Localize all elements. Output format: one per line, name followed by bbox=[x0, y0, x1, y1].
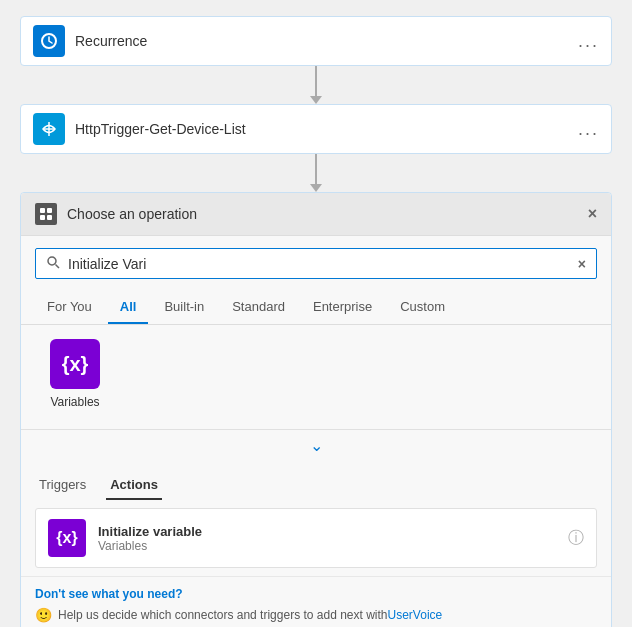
search-bar: × bbox=[35, 248, 597, 279]
action-title: Initialize variable bbox=[98, 524, 568, 539]
connector-grid: {x} Variables bbox=[21, 325, 611, 429]
help-prefix: Help us decide which connectors and trig… bbox=[58, 608, 388, 622]
recurrence-menu[interactable]: ... bbox=[578, 31, 599, 52]
arrow-line-1 bbox=[315, 66, 317, 96]
arrow-line-2 bbox=[315, 154, 317, 184]
svg-rect-4 bbox=[47, 208, 52, 213]
search-clear-button[interactable]: × bbox=[578, 256, 586, 272]
svg-rect-6 bbox=[47, 215, 52, 220]
action-variables-logo: {x} bbox=[48, 519, 86, 557]
recurrence-icon bbox=[33, 25, 65, 57]
svg-rect-3 bbox=[40, 208, 45, 213]
http-card: HttpTrigger-Get-Device-List ... bbox=[20, 104, 612, 154]
op-header-icon bbox=[35, 203, 57, 225]
sub-tab-triggers[interactable]: Triggers bbox=[35, 471, 90, 500]
uservoice-link[interactable]: UserVoice bbox=[388, 608, 443, 622]
http-title: HttpTrigger-Get-Device-List bbox=[75, 121, 578, 137]
sub-tab-actions[interactable]: Actions bbox=[106, 471, 162, 500]
tab-bar: For You All Built-in Standard Enterprise… bbox=[21, 291, 611, 325]
smiley-icon: 🙂 bbox=[35, 607, 52, 623]
op-header-title: Choose an operation bbox=[67, 206, 588, 222]
tab-standard[interactable]: Standard bbox=[220, 291, 297, 324]
arrow-head-1 bbox=[310, 96, 322, 104]
help-text: 🙂 Help us decide which connectors and tr… bbox=[35, 607, 597, 623]
search-icon bbox=[46, 255, 60, 272]
arrow-2 bbox=[310, 154, 322, 192]
tab-built-in[interactable]: Built-in bbox=[152, 291, 216, 324]
sub-tab-bar: Triggers Actions bbox=[21, 461, 611, 500]
action-item-initialize-variable[interactable]: {x} Initialize variable Variables ⓘ bbox=[35, 508, 597, 568]
action-logo-text: {x} bbox=[56, 529, 77, 547]
action-subtitle: Variables bbox=[98, 539, 568, 553]
expand-section: ⌄ bbox=[21, 429, 611, 461]
connector-variables[interactable]: {x} Variables bbox=[35, 339, 115, 409]
action-info: Initialize variable Variables bbox=[98, 524, 568, 553]
action-info-icon[interactable]: ⓘ bbox=[568, 528, 584, 549]
http-icon bbox=[33, 113, 65, 145]
svg-rect-5 bbox=[40, 215, 45, 220]
tab-all[interactable]: All bbox=[108, 291, 149, 324]
tab-for-you[interactable]: For You bbox=[35, 291, 104, 324]
http-menu[interactable]: ... bbox=[578, 119, 599, 140]
tab-custom[interactable]: Custom bbox=[388, 291, 457, 324]
op-header: Choose an operation × bbox=[21, 193, 611, 236]
variables-logo-text: {x} bbox=[62, 353, 89, 376]
tab-enterprise[interactable]: Enterprise bbox=[301, 291, 384, 324]
arrow-head-2 bbox=[310, 184, 322, 192]
expand-button[interactable]: ⌄ bbox=[310, 436, 323, 455]
svg-point-7 bbox=[48, 257, 56, 265]
recurrence-title: Recurrence bbox=[75, 33, 578, 49]
variables-logo: {x} bbox=[50, 339, 100, 389]
variables-name: Variables bbox=[50, 395, 99, 409]
dont-see-text: Don't see what you need? bbox=[35, 587, 597, 601]
action-list: {x} Initialize variable Variables ⓘ bbox=[21, 500, 611, 576]
svg-line-8 bbox=[56, 265, 60, 269]
footer-section: Don't see what you need? 🙂 Help us decid… bbox=[21, 576, 611, 627]
arrow-1 bbox=[310, 66, 322, 104]
op-close-button[interactable]: × bbox=[588, 205, 597, 223]
recurrence-card: Recurrence ... bbox=[20, 16, 612, 66]
operation-panel: Choose an operation × × For You All Buil… bbox=[20, 192, 612, 627]
search-input[interactable] bbox=[68, 256, 578, 272]
